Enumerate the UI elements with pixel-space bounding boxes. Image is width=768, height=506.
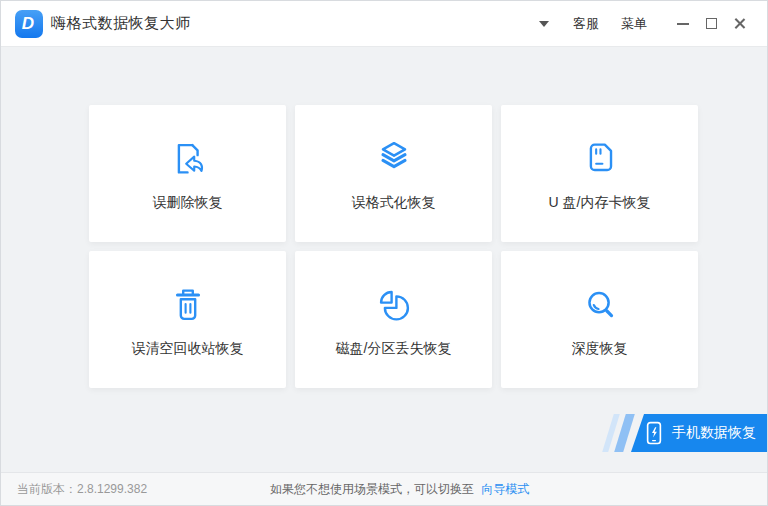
caret-down-icon[interactable] xyxy=(539,21,549,27)
hint-text: 如果您不想使用场景模式，可以切换至 xyxy=(270,482,474,496)
card-label: 深度恢复 xyxy=(572,340,628,358)
card-deep-recovery[interactable]: 深度恢复 xyxy=(501,251,698,388)
card-deleted-file-recovery[interactable]: 误删除恢复 xyxy=(89,105,286,242)
version-text: 当前版本：2.8.1299.382 xyxy=(17,481,147,498)
minimize-icon xyxy=(677,23,689,25)
card-label: U 盘/内存卡恢复 xyxy=(549,194,651,212)
phone-button-label: 手机数据恢复 xyxy=(672,424,756,442)
minimize-button[interactable] xyxy=(669,10,697,38)
maximize-button[interactable] xyxy=(697,10,725,38)
maximize-icon xyxy=(706,18,717,29)
close-button[interactable] xyxy=(725,10,753,38)
undo-delete-icon xyxy=(165,136,211,182)
card-label: 误删除恢复 xyxy=(153,194,223,212)
card-recycle-bin-recovery[interactable]: 误清空回收站恢复 xyxy=(89,251,286,388)
app-title: 嗨格式数据恢复大师 xyxy=(51,14,191,33)
card-label: 误格式化恢复 xyxy=(352,194,436,212)
card-partition-loss-recovery[interactable]: 磁盘/分区丢失恢复 xyxy=(295,251,492,388)
pie-chart-icon xyxy=(371,282,417,328)
phone-bolt-icon xyxy=(644,420,664,447)
close-icon xyxy=(733,17,746,30)
wizard-mode-link[interactable]: 向导模式 xyxy=(481,482,529,496)
card-label: 误清空回收站恢复 xyxy=(132,340,244,358)
search-icon xyxy=(577,282,623,328)
phone-data-recovery-button[interactable]: 手机数据恢复 xyxy=(631,414,768,452)
titlebar: D 嗨格式数据恢复大师 客服 菜单 xyxy=(1,1,767,47)
customer-service-button[interactable]: 客服 xyxy=(573,15,599,33)
card-format-recovery[interactable]: 误格式化恢复 xyxy=(295,105,492,242)
recovery-mode-grid: 误删除恢复 误格式化恢复 xyxy=(89,105,698,388)
logo-letter: D xyxy=(22,14,34,34)
trash-icon xyxy=(165,282,211,328)
sd-card-icon xyxy=(577,136,623,182)
main-area: 误删除恢复 误格式化恢复 xyxy=(1,47,768,474)
card-label: 磁盘/分区丢失恢复 xyxy=(336,340,452,358)
app-logo-icon: D xyxy=(15,10,43,38)
mode-hint: 如果您不想使用场景模式，可以切换至 向导模式 xyxy=(270,481,529,498)
layers-icon xyxy=(371,136,417,182)
menu-button[interactable]: 菜单 xyxy=(621,15,647,33)
app-window: D 嗨格式数据恢复大师 客服 菜单 误删除恢复 xyxy=(0,0,768,506)
card-usb-memory-card-recovery[interactable]: U 盘/内存卡恢复 xyxy=(501,105,698,242)
statusbar: 当前版本：2.8.1299.382 如果您不想使用场景模式，可以切换至 向导模式 xyxy=(1,472,767,505)
titlebar-right: 客服 菜单 xyxy=(539,10,767,38)
